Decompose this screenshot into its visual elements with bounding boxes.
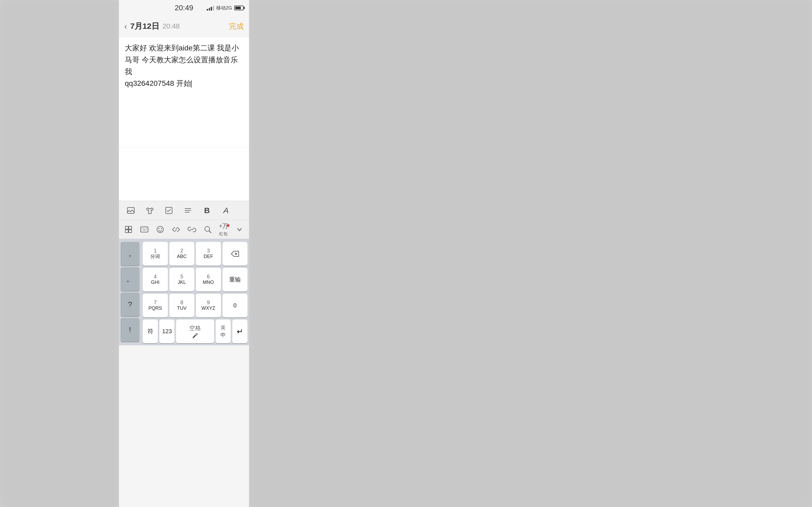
- question-key[interactable]: ?: [120, 293, 140, 316]
- svg-rect-0: [128, 208, 134, 213]
- key-row-1: 1 分词 2 ABC 3 DEF: [141, 241, 249, 267]
- bg-left-panel: [0, 0, 119, 507]
- status-bar: 20:49 移动2G: [119, 0, 249, 16]
- svg-rect-5: [125, 226, 128, 229]
- key-0[interactable]: 0: [222, 294, 248, 318]
- search-button[interactable]: [200, 223, 215, 236]
- period-label: 。: [126, 274, 134, 284]
- header-date: 7月12日: [130, 21, 159, 32]
- header-time: 20:48: [162, 22, 180, 31]
- grid-view-button[interactable]: [121, 223, 136, 236]
- hongbao-icon: +万红包: [219, 222, 229, 237]
- number-mode-key[interactable]: 123: [159, 320, 174, 343]
- insert-image-button[interactable]: [121, 203, 140, 218]
- bold-button[interactable]: B: [198, 203, 216, 218]
- empty-content-area[interactable]: [119, 148, 249, 201]
- key-4-ghi[interactable]: 4 GHI: [143, 268, 168, 291]
- key-6-mno[interactable]: 6 MNO: [196, 268, 221, 291]
- comma-key[interactable]: ，: [120, 242, 140, 266]
- space-key[interactable]: 空格 🎤: [176, 320, 214, 343]
- battery-icon: [234, 6, 244, 10]
- italic-icon: A: [223, 206, 229, 215]
- svg-rect-6: [129, 226, 132, 229]
- text-cursor: [191, 80, 192, 88]
- svg-line-23: [209, 231, 211, 233]
- key-5-jkl[interactable]: 5 JKL: [169, 268, 195, 291]
- keyboard-button[interactable]: [137, 223, 152, 236]
- svg-rect-9: [141, 227, 148, 232]
- key-3-def[interactable]: 3 DEF: [196, 242, 221, 266]
- reenter-key[interactable]: 重输: [222, 268, 248, 291]
- key-2-abc[interactable]: 2 ABC: [169, 242, 195, 266]
- svg-rect-8: [129, 230, 132, 233]
- svg-rect-7: [125, 230, 128, 233]
- phone-screen: 20:49 移动2G ‹ 7月12日 20:48 完成 大家好 欢迎来到aide…: [119, 0, 249, 507]
- hongbao-button[interactable]: +万红包: [216, 223, 231, 236]
- space-label: 空格: [189, 324, 201, 332]
- symbol-label: 符: [148, 328, 153, 335]
- app-header: ‹ 7月12日 20:48 完成: [119, 16, 249, 37]
- key-7-pqrs[interactable]: 7 PQRS: [143, 294, 168, 318]
- key-row-2: 4 GHI 5 JKL 6 MNO 重输: [141, 267, 249, 293]
- svg-point-22: [205, 227, 210, 231]
- signal-icon: [207, 5, 214, 11]
- network-label: 移动2G: [216, 5, 232, 11]
- lang-switch-key[interactable]: 英 中: [216, 320, 231, 343]
- main-keys: 1 分词 2 ABC 3 DEF: [141, 241, 249, 344]
- svg-point-19: [161, 228, 162, 229]
- question-label: ?: [128, 300, 132, 309]
- svg-point-17: [157, 226, 163, 233]
- key-9-wxyz[interactable]: 9 WXYZ: [196, 294, 221, 318]
- enter-icon: ↵: [237, 327, 243, 336]
- input-toolbar: +万红包: [119, 220, 249, 239]
- key-row-bottom: 符 123 空格 🎤 英 中 ↵: [141, 319, 249, 344]
- svg-point-18: [158, 228, 159, 229]
- link-button[interactable]: [185, 223, 199, 236]
- period-key[interactable]: 。: [120, 267, 140, 291]
- keyboard: ， 。 ? ! 1 分词: [119, 239, 249, 345]
- back-button[interactable]: ‹: [124, 21, 127, 31]
- exclaim-key[interactable]: !: [120, 318, 140, 342]
- emoji-button[interactable]: [153, 223, 167, 236]
- status-time: 20:49: [175, 4, 193, 12]
- enter-key[interactable]: ↵: [232, 320, 247, 343]
- collapse-button[interactable]: [232, 223, 247, 236]
- template-button[interactable]: [141, 203, 159, 218]
- formatting-toolbar: B A: [119, 201, 249, 220]
- svg-line-20: [175, 228, 176, 231]
- punct-column: ， 。 ? !: [119, 241, 141, 344]
- checklist-button[interactable]: [160, 203, 178, 218]
- num-label: 123: [162, 328, 172, 335]
- bg-right-panel: [249, 0, 812, 507]
- key-1-fensi[interactable]: 1 分词: [143, 242, 168, 266]
- key-row-3: 7 PQRS 8 TUV 9 WXYZ 0: [141, 293, 249, 319]
- comma-label: ，: [126, 249, 134, 259]
- key-8-tuv[interactable]: 8 TUV: [169, 294, 195, 318]
- italic-button[interactable]: A: [217, 203, 235, 218]
- notification-dot: [227, 224, 230, 227]
- exclaim-label: !: [129, 326, 131, 334]
- keyboard-body: ， 。 ? ! 1 分词: [119, 241, 249, 344]
- status-right: 移动2G: [207, 5, 244, 11]
- note-text: 大家好 欢迎来到aide第二课 我是小马哥 今天教大家怎么设置播放音乐 我qq3…: [125, 42, 243, 90]
- done-button[interactable]: 完成: [229, 21, 244, 32]
- code-button[interactable]: [169, 223, 184, 236]
- space-mic-icon: 🎤: [192, 333, 198, 339]
- symbol-key[interactable]: 符: [143, 320, 158, 343]
- delete-key[interactable]: [222, 242, 248, 266]
- bold-icon: B: [204, 206, 210, 215]
- battery-fill: [235, 7, 241, 9]
- align-button[interactable]: [179, 203, 197, 218]
- note-content-area[interactable]: 大家好 欢迎来到aide第二课 我是小马哥 今天教大家怎么设置播放音乐 我qq3…: [119, 37, 249, 148]
